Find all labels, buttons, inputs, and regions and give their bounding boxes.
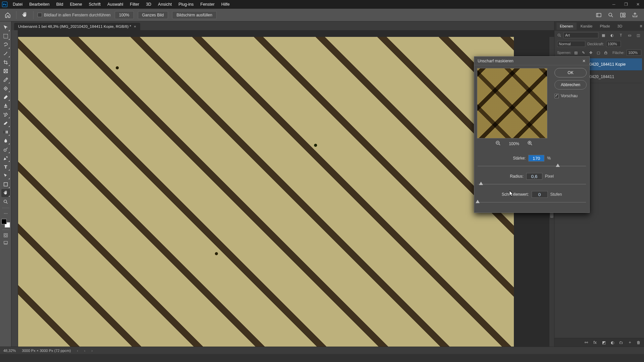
home-icon[interactable] <box>3 11 12 19</box>
radius-field[interactable] <box>526 173 542 180</box>
shape-tool[interactable] <box>1 180 10 188</box>
document-info[interactable]: 3000 Px × 3000 Px (72 ppcm) <box>22 349 71 353</box>
fill-screen-button[interactable]: Bildschirm ausfüllen <box>172 11 217 19</box>
doc-info-chevron-icon[interactable]: › <box>77 349 78 353</box>
scroll-all-windows-checkbox[interactable]: Bildlauf in allen Fenstern durchführen <box>38 13 111 17</box>
magic-wand-tool[interactable] <box>1 50 10 58</box>
dodge-tool[interactable] <box>1 145 10 154</box>
zoom-in-icon[interactable] <box>527 140 533 147</box>
dialog-titlebar[interactable]: Unscharf maskieren ✕ <box>474 57 589 65</box>
close-tab-icon[interactable]: × <box>134 24 136 28</box>
amount-field[interactable] <box>528 155 544 162</box>
menu-datei[interactable]: Datei <box>9 0 26 9</box>
search-icon[interactable] <box>607 11 614 19</box>
menu-schrift[interactable]: Schrift <box>86 0 104 9</box>
link-layers-icon[interactable]: ⚯ <box>584 340 589 345</box>
zoom-out-icon[interactable] <box>495 140 501 147</box>
menu-filter[interactable]: Filter <box>126 0 143 9</box>
crop-tool[interactable] <box>1 58 10 66</box>
eyedropper-tool[interactable] <box>1 76 10 84</box>
new-layer-icon[interactable]: ＋ <box>627 340 633 345</box>
share-icon[interactable] <box>631 11 639 19</box>
lock-all-icon[interactable] <box>603 50 608 56</box>
move-tool[interactable] <box>1 23 10 32</box>
tab-3d[interactable]: 3D <box>614 22 626 30</box>
zoom-tool[interactable] <box>1 198 10 206</box>
ruler-vertical[interactable] <box>11 37 18 347</box>
workspace-icon[interactable] <box>619 11 627 19</box>
filter-smart-icon[interactable]: ◫ <box>635 32 641 38</box>
blend-mode-select[interactable]: Normal <box>557 41 585 47</box>
fit-screen-button[interactable]: Ganzes Bild <box>138 11 168 19</box>
fill-field[interactable]: 100% <box>627 50 641 56</box>
tab-layers[interactable]: Ebenen <box>556 22 577 30</box>
menu-hilfe[interactable]: Hilfe <box>218 0 233 9</box>
tab-paths[interactable]: Pfade <box>596 22 613 30</box>
zoom-level[interactable]: 48,32% <box>3 349 16 353</box>
blur-tool[interactable] <box>1 137 10 145</box>
history-brush-tool[interactable] <box>1 111 10 119</box>
menu-ebene[interactable]: Ebene <box>67 0 86 9</box>
layer-style-icon[interactable]: fx <box>592 340 598 345</box>
hand-tool[interactable] <box>1 189 10 197</box>
menu-plugins[interactable]: Plug-ins <box>175 0 197 9</box>
status-left-icon[interactable]: ‹ <box>84 349 86 353</box>
pen-tool[interactable] <box>1 154 10 162</box>
lasso-tool[interactable] <box>1 41 10 49</box>
preview-checkbox[interactable]: Vorschau <box>554 94 587 98</box>
tab-channels[interactable]: Kanäle <box>577 22 596 30</box>
threshold-slider[interactable] <box>478 200 586 204</box>
menu-fenster[interactable]: Fenster <box>197 0 218 9</box>
lock-transparent-icon[interactable]: ▨ <box>573 50 579 56</box>
close-window-button[interactable]: ✕ <box>632 0 644 9</box>
scroll-all-windows-label: Bildlauf in allen Fenstern durchführen <box>44 13 111 17</box>
gradient-tool[interactable] <box>1 128 10 136</box>
color-swatches[interactable] <box>1 219 10 228</box>
menu-bild[interactable]: Bild <box>53 0 67 9</box>
eraser-tool[interactable] <box>1 119 10 127</box>
stamp-tool[interactable] <box>1 102 10 110</box>
lock-move-icon[interactable]: ✥ <box>588 50 593 56</box>
menu-bearbeiten[interactable]: Bearbeiten <box>26 0 53 9</box>
screen-mode-button[interactable] <box>1 239 10 246</box>
frame-tool[interactable] <box>1 67 10 75</box>
layer-mask-icon[interactable]: ◩ <box>601 340 606 345</box>
edit-toolbar-button[interactable]: ⋯ <box>1 210 10 217</box>
ok-button[interactable]: OK <box>554 68 587 77</box>
amount-slider[interactable] <box>478 164 586 168</box>
radius-slider[interactable] <box>478 182 586 186</box>
document-tab[interactable]: Unbenannt-1 bei 48,3% (IMG_20210420_1844… <box>14 23 140 30</box>
adjustment-layer-icon[interactable]: ◐ <box>610 340 615 345</box>
path-select-tool[interactable] <box>1 172 10 180</box>
quick-mask-button[interactable] <box>1 232 10 239</box>
type-tool[interactable] <box>1 163 10 171</box>
filter-type-icon[interactable]: T <box>618 32 624 38</box>
menu-auswahl[interactable]: Auswahl <box>104 0 126 9</box>
maximize-button[interactable]: ❐ <box>620 0 632 9</box>
zoom-100-button[interactable]: 100% <box>115 11 134 19</box>
status-right-icon[interactable]: › <box>92 349 93 353</box>
menu-3d[interactable]: 3D <box>143 0 155 9</box>
filter-pixel-icon[interactable]: ▦ <box>600 32 606 38</box>
image-surface[interactable] <box>18 37 514 347</box>
filter-adjust-icon[interactable]: ◐ <box>609 32 615 38</box>
lock-artboard-icon[interactable]: ▢ <box>596 50 601 56</box>
cloud-docs-icon[interactable] <box>595 11 602 19</box>
opacity-field[interactable]: 100% <box>606 41 621 47</box>
layer-filter-field[interactable]: Art <box>564 32 598 38</box>
minimize-button[interactable]: ─ <box>608 0 620 9</box>
cancel-button[interactable]: Abbrechen <box>554 80 587 89</box>
delete-layer-icon[interactable]: 🗑 <box>636 340 641 345</box>
brush-tool[interactable] <box>1 93 10 101</box>
group-icon[interactable]: 🗀 <box>619 340 624 345</box>
menu-ansicht[interactable]: Ansicht <box>155 0 175 9</box>
threshold-field[interactable] <box>532 191 548 198</box>
hand-tool-icon[interactable] <box>20 11 29 19</box>
panel-menu-icon[interactable]: ≡ <box>638 23 644 29</box>
dialog-close-icon[interactable]: ✕ <box>581 58 587 64</box>
healing-tool[interactable] <box>1 84 10 93</box>
filter-shape-icon[interactable]: ▭ <box>627 32 633 38</box>
marquee-tool[interactable] <box>1 32 10 40</box>
dialog-preview-image[interactable] <box>477 68 547 138</box>
lock-paint-icon[interactable]: ✎ <box>581 50 586 56</box>
